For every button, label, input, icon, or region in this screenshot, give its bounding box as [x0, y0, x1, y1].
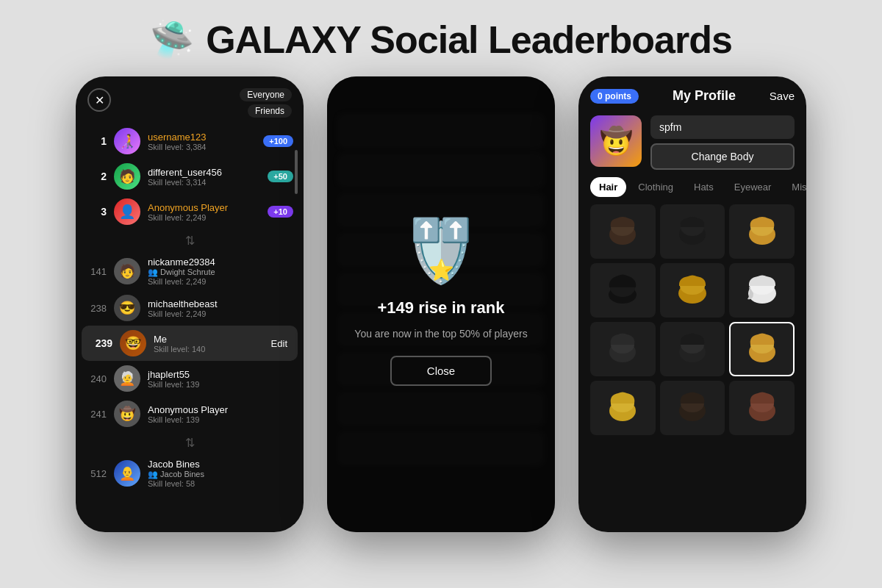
list-item: 141 🧑 nickanme29384 👥 Dwight Schrute Ski… — [76, 252, 304, 290]
score-badge: +100 — [263, 135, 293, 147]
edit-button[interactable]: Edit — [271, 338, 287, 349]
rank-number: 3 — [86, 206, 107, 218]
page-title: GALAXY Social Leaderboards — [206, 18, 732, 62]
rank-number: 2 — [86, 171, 107, 182]
user-info: Anonymous Player Skill level: 2,249 — [148, 202, 260, 222]
username: Anonymous Player — [148, 202, 260, 213]
rank-number: 238 — [86, 303, 107, 314]
avatar: 🧑‍🦯 — [114, 128, 140, 154]
rank-change-subtitle: You are now in the top 50% of players — [354, 328, 527, 340]
hair-item[interactable] — [729, 322, 795, 376]
list-item: 1 🧑‍🦯 username123 Skill level: 3,384 +10… — [76, 123, 304, 159]
category-tabs: Hair Clothing Hats Eyewear Misc — [590, 177, 795, 197]
rank-arrows-icon: ⬆️⬆️ — [412, 216, 470, 244]
phones-container: ✕ Everyone Friends 1 🧑‍🦯 username123 Ski… — [46, 76, 836, 532]
filter-friends-button[interactable]: Friends — [248, 104, 292, 118]
score-badge: +50 — [268, 171, 293, 182]
username: michaelthebeast — [148, 298, 293, 309]
profile-header: 0 points My Profile Save — [578, 76, 806, 110]
username-input[interactable] — [650, 115, 795, 139]
list-item: 240 🧑‍🦳 jhaplert55 Skill level: 139 — [76, 361, 304, 396]
list-item: 3 👤 Anonymous Player Skill level: 2,249 … — [76, 194, 304, 229]
user-info: Anonymous Player Skill level: 139 — [148, 404, 293, 424]
hair-item[interactable] — [660, 204, 725, 259]
rank-number: 241 — [86, 409, 107, 420]
close-button[interactable]: Close — [390, 356, 492, 386]
page-header: 🛸 GALAXY Social Leaderboards — [150, 0, 732, 76]
hair-item[interactable] — [729, 204, 795, 259]
rank-separator: ⇅ — [76, 229, 304, 252]
tab-clothing[interactable]: Clothing — [629, 177, 682, 197]
hair-item[interactable] — [660, 322, 725, 376]
hair-item[interactable] — [590, 263, 656, 318]
skill-level: Skill level: 3,314 — [148, 178, 260, 187]
modal-content: 🛡️ ⬆️⬆️ ⭐ +149 rise in rank You are now … — [332, 223, 549, 386]
hair-item[interactable] — [660, 381, 725, 435]
filter-everyone-button[interactable]: Everyone — [240, 88, 292, 101]
change-body-button[interactable]: Change Body — [650, 143, 795, 170]
ufo-logo-icon: 🛸 — [150, 19, 194, 60]
user-info: username123 Skill level: 3,384 — [148, 132, 256, 151]
points-badge: 0 points — [590, 89, 639, 104]
user-info: different_user456 Skill level: 3,314 — [148, 167, 260, 187]
username: Jacob Bines — [148, 459, 293, 470]
hair-item[interactable] — [660, 263, 725, 318]
user-info: michaelthebeast Skill level: 2,249 — [148, 298, 293, 318]
user-info: nickanme29384 👥 Dwight Schrute Skill lev… — [148, 257, 293, 286]
hair-grid — [590, 204, 795, 435]
leaderboard-phone: ✕ Everyone Friends 1 🧑‍🦯 username123 Ski… — [76, 76, 304, 532]
username: nickanme29384 — [148, 257, 293, 268]
list-item: 238 😎 michaelthebeast Skill level: 2,249 — [76, 290, 304, 326]
profile-fields: Change Body — [650, 115, 795, 170]
rank-number: 141 — [86, 266, 107, 277]
avatar: 🤓 — [120, 330, 146, 356]
profile-top-section: 🤠 Change Body — [590, 115, 795, 170]
user-info: Me Skill level: 140 — [154, 334, 264, 354]
hair-item[interactable] — [729, 263, 795, 318]
hair-item[interactable] — [590, 204, 656, 259]
hair-item[interactable] — [729, 381, 795, 435]
tab-eyewear[interactable]: Eyewear — [725, 177, 781, 197]
tab-hair[interactable]: Hair — [590, 177, 626, 197]
sub-name: 👥 Dwight Schrute — [148, 268, 293, 277]
rank-number: 240 — [86, 373, 107, 384]
skill-level: Skill level: 139 — [148, 415, 293, 424]
skill-level: Skill level: 140 — [154, 345, 264, 354]
hair-item[interactable] — [590, 322, 656, 376]
avatar: 🤠 — [590, 115, 642, 167]
avatar: 🧑‍🦳 — [114, 365, 140, 392]
close-button[interactable]: ✕ — [87, 88, 111, 112]
sub-name: 👥 Jacob Bines — [148, 470, 293, 479]
filter-control: Everyone Friends — [240, 88, 292, 118]
profile-body: 🤠 Change Body Hair Clothing Hats Eyewear… — [578, 110, 806, 441]
list-item: 512 🧑‍🦲 Jacob Bines 👥 Jacob Bines Skill … — [76, 454, 304, 492]
rank-number: 1 — [86, 135, 107, 147]
rank-change-title: +149 rise in rank — [377, 298, 504, 318]
tab-misc[interactable]: Misc — [783, 177, 806, 197]
profile-phone: 0 points My Profile Save 🤠 Change Body H… — [578, 76, 806, 532]
user-info: Jacob Bines 👥 Jacob Bines Skill level: 5… — [148, 459, 293, 488]
skill-level: Skill level: 3,384 — [148, 143, 256, 151]
rank-separator: ⇅ — [76, 431, 304, 454]
avatar: 👤 — [114, 198, 140, 225]
list-item: 241 🤠 Anonymous Player Skill level: 139 — [76, 396, 304, 431]
scrollbar[interactable] — [295, 150, 298, 194]
save-button[interactable]: Save — [770, 90, 795, 102]
hair-item[interactable] — [590, 381, 656, 435]
username: different_user456 — [148, 167, 260, 178]
username: jhaplert55 — [148, 369, 293, 380]
tab-hats[interactable]: Hats — [685, 177, 723, 197]
username: Me — [154, 334, 264, 345]
avatar: 🧑‍🦲 — [114, 460, 140, 487]
profile-title: My Profile — [673, 88, 736, 104]
star-icon: ⭐ — [429, 258, 454, 282]
avatar: 🧑 — [114, 163, 140, 190]
skill-level: Skill level: 2,249 — [148, 213, 260, 222]
rank-number: 512 — [86, 468, 107, 479]
skill-level: Skill level: 58 — [148, 479, 293, 488]
my-list-item: 239 🤓 Me Skill level: 140 Edit — [82, 326, 298, 361]
rankup-phone: 🛡️ ⬆️⬆️ ⭐ +149 rise in rank You are now … — [327, 76, 555, 532]
leaderboard-list: 1 🧑‍🦯 username123 Skill level: 3,384 +10… — [76, 123, 304, 498]
avatar: 🧑 — [114, 258, 140, 284]
user-info: jhaplert55 Skill level: 139 — [148, 369, 293, 389]
